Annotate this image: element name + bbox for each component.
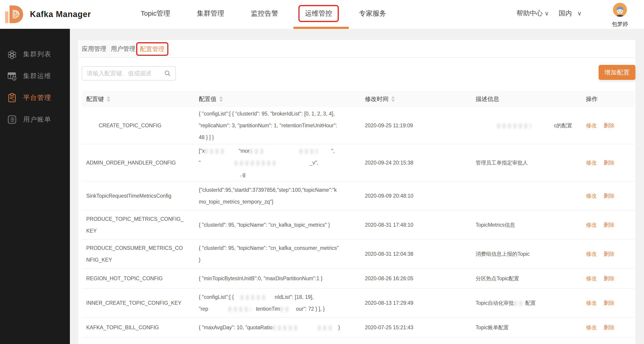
tab-label: 用户管理 <box>111 45 136 53</box>
hexagon-cluster-icon <box>7 49 17 60</box>
delete-link[interactable]: 删除 <box>604 275 614 281</box>
edit-link[interactable]: 修改 <box>586 193 597 199</box>
redacted-gap <box>300 329 318 329</box>
tab-配置管理[interactable]: 配置管理 <box>138 40 166 58</box>
content-area: 应用管理用户管理配置管理 增加配置 配置键配置值修改时间描述信息操作 CREAT… <box>70 29 644 344</box>
config-key-cell: INNER_CREATE_TOPIC_CONFIG_KEY <box>82 297 199 309</box>
nav-item[interactable]: 集群管理 <box>197 9 224 18</box>
table-row: SinkTopicRequestTimeMetricsConfig{"clust… <box>82 182 635 210</box>
search-input[interactable] <box>82 70 164 77</box>
redacted-smudge <box>272 326 300 330</box>
nav-item[interactable]: 监控告警 <box>251 9 278 18</box>
delete-link[interactable]: 删除 <box>604 324 614 330</box>
redacted-gap <box>234 298 240 299</box>
nav-item[interactable]: 专家服务 <box>359 9 386 18</box>
config-value-cell: ["x"mor","_v",..g <box>199 145 365 180</box>
tab-用户管理[interactable]: 用户管理 <box>109 40 137 58</box>
table-header-row: 配置键配置值修改时间描述信息操作 <box>82 91 635 107</box>
edit-link[interactable]: 修改 <box>586 300 597 306</box>
table-row: CREATE_TOPIC_CONFIG{ "configList":[ { "c… <box>82 107 635 144</box>
actions-cell: 修改删除 <box>586 192 635 200</box>
add-config-button[interactable]: 增加配置 <box>598 65 636 80</box>
actions-cell: 修改删除 <box>586 159 635 166</box>
table-row: ADMIN_ORDER_HANDLER_CONFIG["x"mor","_v",… <box>82 144 635 182</box>
nav-item-active[interactable]: 运维管控 <box>298 5 339 22</box>
sort-icon[interactable] <box>219 96 223 102</box>
description-cell: Topic账单配置 <box>476 322 586 333</box>
modify-time-cell: 2020-07-25 15:21:43 <box>365 322 476 333</box>
modify-time-cell: 2020-09-25 11:19:09 <box>365 120 476 132</box>
region-menu[interactable]: 国内 ∨ <box>559 0 582 27</box>
redacted-smudge <box>250 149 263 154</box>
delete-link[interactable]: 删除 <box>604 122 614 128</box>
redacted-gap <box>86 127 99 127</box>
column-label: 配置键 <box>86 95 104 103</box>
sidebar: 集群列表 $集群运维 平台管理 用户账单 <box>0 29 70 344</box>
avatar-illustration <box>613 3 627 17</box>
search-icon[interactable] <box>164 70 171 78</box>
description-cell: 分区热点Topic配置 <box>476 272 586 284</box>
app-header: Kafka Manager Topic管理集群管理监控告警运维管控专家服务 帮助… <box>0 0 644 29</box>
delete-link[interactable]: 删除 <box>604 160 614 166</box>
edit-link[interactable]: 修改 <box>586 160 597 166</box>
redacted-smudge <box>497 124 531 128</box>
chevron-down-icon: ∨ <box>577 10 582 17</box>
modify-time-cell: 2020-09-09 20:48:10 <box>365 190 476 202</box>
modify-time-cell: 2020-08-31 17:48:10 <box>365 219 476 231</box>
table-row: PRODUCE_CONSUMER_METRICS_CONFIG_KEY{ "cl… <box>82 240 635 269</box>
nav-item[interactable]: Topic管理 <box>141 9 170 18</box>
delete-link[interactable]: 删除 <box>604 222 614 228</box>
column-label: 操作 <box>586 95 598 103</box>
redacted-gap <box>523 304 525 305</box>
sidebar-item-cluster-ops[interactable]: $集群运维 <box>0 65 70 87</box>
redacted-smudge <box>300 149 318 154</box>
config-key-cell: ADMIN_ORDER_HANDLER_CONFIG <box>82 157 199 168</box>
user-name: 包梦婷 <box>612 20 628 28</box>
sidebar-item-platform-admin[interactable]: 平台管理 <box>0 87 70 109</box>
redacted-gap <box>225 152 239 153</box>
column-header-5: 操作 <box>586 95 635 103</box>
region-label: 国内 <box>559 9 572 18</box>
delete-link[interactable]: 删除 <box>604 300 614 306</box>
config-table: 配置键配置值修改时间描述信息操作 CREATE_TOPIC_CONFIG{ "c… <box>82 91 635 338</box>
delete-link[interactable]: 删除 <box>604 193 614 199</box>
redacted-smudge <box>280 307 289 312</box>
table-row: REGION_HOT_TOPIC_CONFIG{ "minTopicBytesI… <box>82 269 635 289</box>
config-key-cell: REGION_HOT_TOPIC_CONFIG <box>82 272 199 284</box>
modify-time-cell: 2020-08-26 16:26:05 <box>365 272 476 284</box>
config-value-cell: {"clusterId":95,"startId":37397856,"step… <box>199 184 365 208</box>
avatar[interactable] <box>613 3 627 17</box>
edit-link[interactable]: 修改 <box>586 324 597 330</box>
sidebar-item-user-billing[interactable]: 用户账单 <box>0 109 70 130</box>
redacted-gap <box>208 310 228 311</box>
modify-time-cell: 2020-08-13 17:29:49 <box>365 297 476 309</box>
delete-link[interactable]: 删除 <box>604 251 614 257</box>
redacted-gap <box>318 152 331 153</box>
actions-cell: 修改删除 <box>586 221 635 228</box>
edit-link[interactable]: 修改 <box>586 275 597 281</box>
top-nav: Topic管理集群管理监控告警运维管控专家服务 <box>141 0 386 27</box>
column-label: 配置值 <box>199 95 216 103</box>
config-value-cell: { "maxAvgDay": 10, "quotaRatio} <box>199 322 365 333</box>
clipboard-icon <box>7 92 17 103</box>
redacted-smudge <box>240 295 266 300</box>
redacted-gap <box>251 310 256 311</box>
modify-time-cell: 2020-09-24 20:15:38 <box>365 157 476 168</box>
table-row: INNER_CREATE_TOPIC_CONFIG_KEY{ "configLi… <box>82 289 635 318</box>
redacted-smudge <box>235 161 276 166</box>
sort-icon[interactable] <box>107 96 110 102</box>
redacted-smudge <box>228 307 251 312</box>
redacted-gap <box>531 127 554 127</box>
edit-link[interactable]: 修改 <box>586 222 597 228</box>
sidebar-item-cluster-list[interactable]: 集群列表 <box>0 43 70 65</box>
tab-应用管理[interactable]: 应用管理 <box>80 40 108 58</box>
description-cell: Topic自动化审批配置 <box>476 297 586 309</box>
edit-link[interactable]: 修改 <box>586 122 597 128</box>
sort-icon[interactable] <box>391 96 395 102</box>
redacted-gap <box>263 152 300 153</box>
help-center-menu[interactable]: 帮助中心 ∨ <box>516 0 549 27</box>
config-value-cell: { "configList":[ { "clusterId": 95, "bro… <box>199 108 365 143</box>
config-value-cell: { "minTopicBytesInUnitB":0, "maxDisParti… <box>199 272 365 284</box>
edit-link[interactable]: 修改 <box>586 251 597 257</box>
actions-cell: 修改删除 <box>586 250 635 258</box>
